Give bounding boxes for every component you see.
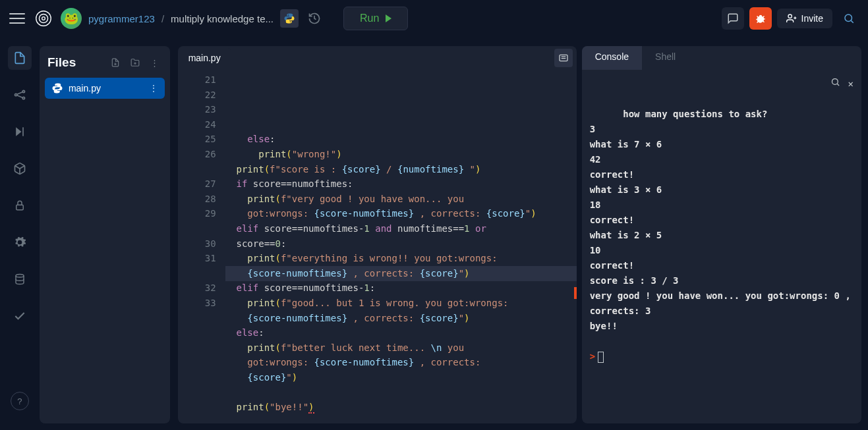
shell-tab[interactable]: Shell [642, 46, 689, 70]
error-marker [574, 287, 577, 299]
lock-icon[interactable] [8, 194, 32, 217]
svg-point-1 [39, 14, 47, 22]
breadcrumb-user[interactable]: pygrammer123 [88, 13, 155, 24]
files-tab-icon[interactable] [8, 46, 32, 70]
svg-line-12 [17, 95, 22, 97]
markdown-toggle-icon[interactable] [554, 49, 573, 67]
python-lang-icon [280, 9, 299, 28]
file-item-main[interactable]: main.py ⋮ [45, 78, 165, 99]
svg-rect-14 [22, 127, 24, 136]
svg-marker-13 [16, 127, 21, 136]
svg-point-3 [788, 14, 792, 18]
file-more-icon[interactable]: ⋮ [149, 83, 158, 94]
svg-point-0 [36, 11, 51, 26]
svg-line-26 [837, 84, 839, 86]
run-next-icon[interactable] [8, 120, 32, 144]
svg-rect-16 [16, 205, 24, 210]
bug-icon[interactable] [749, 7, 772, 30]
svg-point-8 [14, 94, 16, 95]
package-icon[interactable] [8, 157, 32, 180]
check-icon[interactable] [8, 304, 32, 328]
new-folder-icon[interactable] [128, 55, 142, 70]
run-button[interactable]: Run [343, 7, 408, 30]
svg-point-10 [22, 97, 24, 99]
svg-line-7 [851, 20, 853, 22]
left-sidebar: ? [0, 37, 40, 430]
database-icon[interactable] [8, 267, 32, 291]
console-output[interactable]: ✕ how many questions to ask? 3 what is 7… [582, 70, 861, 423]
svg-point-6 [845, 14, 852, 22]
editor-tab[interactable]: main.py [178, 47, 231, 68]
chat-icon[interactable] [722, 7, 744, 30]
svg-point-17 [16, 275, 24, 278]
user-avatar[interactable]: 🐸 [61, 8, 82, 29]
breadcrumb-repo[interactable]: multiply knowledge te... [171, 13, 274, 24]
console-close-icon[interactable]: ✕ [848, 76, 854, 92]
console-search-icon[interactable] [830, 76, 840, 92]
replit-logo [33, 8, 54, 29]
help-icon[interactable]: ? [11, 392, 29, 410]
svg-point-2 [42, 17, 45, 20]
run-label: Run [360, 13, 379, 24]
svg-point-9 [22, 90, 24, 92]
new-file-icon[interactable] [108, 55, 123, 70]
editor-panel: main.py 212223242526 272829 3031 3233 el… [178, 46, 577, 423]
python-file-icon [51, 82, 63, 94]
code-editor[interactable]: 212223242526 272829 3031 3233 else: prin… [178, 70, 577, 423]
settings-icon[interactable] [8, 230, 32, 254]
console-panel: Console Shell ✕ how many questions to as… [582, 46, 861, 423]
files-panel: Files ⋮ main.py ⋮ [40, 46, 170, 423]
svg-line-11 [17, 92, 22, 94]
add-user-icon [786, 13, 797, 24]
search-icon[interactable] [838, 7, 860, 30]
console-tab[interactable]: Console [582, 46, 642, 70]
files-title: Files [47, 55, 103, 70]
history-icon[interactable] [305, 9, 324, 28]
header: 🐸 pygrammer123 / multiply knowledge te..… [0, 0, 868, 37]
play-icon [386, 14, 391, 22]
breadcrumb: pygrammer123 / multiply knowledge te... [88, 13, 274, 24]
share-icon[interactable] [8, 83, 32, 107]
svg-point-25 [832, 79, 838, 85]
files-more-icon[interactable]: ⋮ [148, 55, 162, 70]
hamburger-menu-icon[interactable] [8, 9, 26, 28]
invite-button[interactable]: Invite [777, 9, 832, 28]
